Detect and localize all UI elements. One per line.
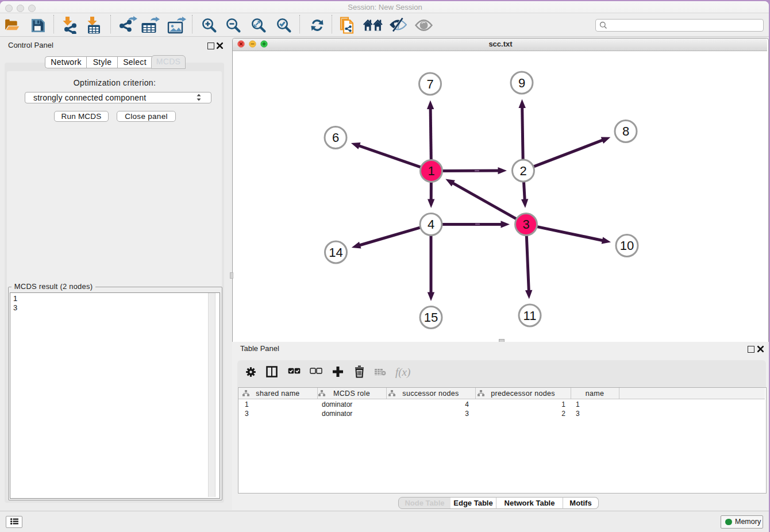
svg-text:2: 2 xyxy=(519,164,526,178)
svg-text:7: 7 xyxy=(426,77,433,91)
svg-text:14: 14 xyxy=(329,245,342,260)
svg-text:15: 15 xyxy=(424,310,438,325)
svg-text:10: 10 xyxy=(620,238,634,253)
svg-text:9: 9 xyxy=(518,76,525,90)
svg-text:4: 4 xyxy=(428,217,434,232)
svg-text:11: 11 xyxy=(523,309,537,323)
svg-text:6: 6 xyxy=(332,130,339,145)
svg-text:8: 8 xyxy=(622,124,629,138)
svg-text:1: 1 xyxy=(428,164,434,178)
svg-text:3: 3 xyxy=(522,217,529,232)
